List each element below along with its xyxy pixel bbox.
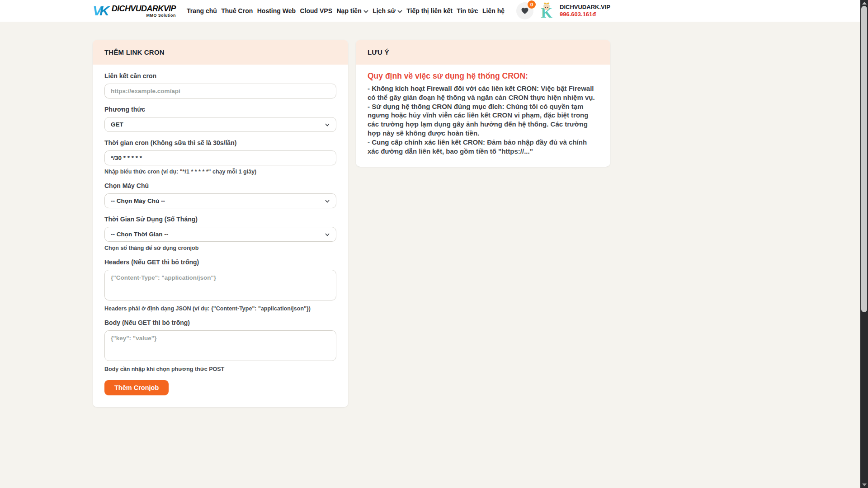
method-label: Phương thức: [104, 106, 336, 113]
method-select-value: GET: [111, 121, 123, 128]
duration-label: Thời Gian Sử Dụng (Số Tháng): [104, 216, 336, 223]
note-item-purpose: - Sử dụng hệ thống CRON đúng mục đích: C…: [368, 102, 599, 138]
nav-item-thue-cron[interactable]: Thuê Cron: [221, 7, 253, 14]
nav-item-hosting-web[interactable]: Hosting Web: [257, 7, 296, 14]
body-label: Body (Nếu GET thì bỏ trống): [104, 319, 336, 326]
nav-item-lich-su[interactable]: Lịch sử: [373, 7, 402, 14]
chevron-down-icon: [324, 122, 330, 128]
user-meta[interactable]: DICHVUDARK.VIP 996.603.161đ: [560, 4, 610, 19]
body-textarea[interactable]: [104, 330, 336, 361]
nav-item-lien-he[interactable]: Liên hệ: [482, 7, 505, 14]
heart-icon: [521, 7, 529, 15]
chevron-down-icon: [363, 10, 368, 13]
user-balance: 996.603.161đ: [560, 11, 610, 18]
method-select[interactable]: GET: [104, 117, 336, 132]
notes-card-title: LƯU Ý: [368, 48, 599, 56]
brand-logo[interactable]: VK DICHVUDARKVIP MMO Solution: [93, 4, 176, 18]
duration-select-value: -- Chọn Thời Gian --: [111, 231, 168, 238]
body-hint: Body cần nhập khi chọn phương thức POST: [104, 366, 336, 372]
avatar-mascot-icon: K: [538, 2, 555, 19]
add-cron-form: Liên kết cần cron Phương thức GET Thời g…: [93, 65, 348, 407]
add-cron-card-title: THÊM LINK CRON: [104, 48, 336, 56]
chevron-down-icon: [324, 198, 330, 204]
top-navbar: VK DICHVUDARKVIP MMO Solution Trang chủ …: [0, 0, 868, 22]
wishlist-button[interactable]: 0: [516, 2, 533, 19]
brand-logo-icon: VK: [93, 4, 110, 18]
cron-expression-input[interactable]: [104, 150, 336, 165]
chevron-down-icon: [397, 10, 402, 13]
user-avatar[interactable]: K: [538, 2, 555, 19]
duration-select[interactable]: -- Chọn Thời Gian --: [104, 227, 336, 242]
wishlist-count-badge: 0: [528, 0, 536, 9]
headers-label: Headers (Nếu GET thì bỏ trống): [104, 258, 336, 266]
scrollbar-up-arrow-icon[interactable]: [862, 2, 867, 5]
brand-logo-wordmark: DICHVUDARKVIP: [112, 5, 176, 13]
notes-card: LƯU Ý Quy định về việc sử dụng hệ thống …: [356, 40, 610, 167]
nav-item-nap-tien[interactable]: Nạp tiền: [336, 7, 368, 14]
server-select[interactable]: -- Chọn Máy Chủ --: [104, 193, 336, 208]
notes-body: Quy định về việc sử dụng hệ thống CRON: …: [356, 65, 610, 167]
cron-expression-label: Thời gian cron (Không sữa thì sẽ là 30s/…: [104, 139, 336, 146]
nav-item-tin-tuc[interactable]: Tin tức: [457, 7, 478, 14]
notes-card-header: LƯU Ý: [356, 40, 610, 65]
headers-textarea[interactable]: [104, 270, 336, 300]
main-content: THÊM LINK CRON Liên kết cần cron Phương …: [0, 22, 868, 407]
cron-expression-hint: Nhập biểu thức cron (ví dụ: "*/1 * * * *…: [104, 169, 336, 175]
note-item-accuracy: - Cung cấp chính xác liên kết CRON: Đảm …: [368, 138, 599, 156]
cron-link-input[interactable]: [104, 84, 336, 99]
page-scrollbar[interactable]: [860, 0, 868, 488]
main-nav: Trang chủ Thuê Cron Hosting Web Cloud VP…: [187, 7, 505, 14]
note-item-firewall: - Không kích hoạt Firewall đối với các l…: [368, 84, 599, 102]
duration-hint: Chọn số tháng để sử dụng cronjob: [104, 245, 336, 251]
add-cronjob-button[interactable]: Thêm Cronjob: [104, 380, 169, 395]
scrollbar-down-arrow-icon[interactable]: [862, 483, 867, 486]
nav-item-tiep-thi-lien-ket[interactable]: Tiếp thị liên kết: [406, 7, 453, 14]
headers-hint: Headers phải ở định dạng JSON (ví dụ: {"…: [104, 305, 336, 312]
cron-link-label: Liên kết cần cron: [104, 72, 336, 80]
notes-heading: Quy định về việc sử dụng hệ thống CRON:: [368, 71, 599, 81]
user-name: DICHVUDARK.VIP: [560, 4, 610, 11]
scrollbar-thumb[interactable]: [861, 6, 867, 312]
nav-item-cloud-vps[interactable]: Cloud VPS: [300, 7, 332, 14]
server-label: Chọn Máy Chủ: [104, 182, 336, 189]
navbar-user-area: 0 K DICHVUDARK.VIP 996.603.161đ: [516, 2, 610, 19]
brand-logo-tagline: MMO Solution: [146, 14, 176, 18]
nav-item-trang-chu[interactable]: Trang chủ: [187, 7, 217, 14]
add-cron-card-header: THÊM LINK CRON: [93, 40, 348, 65]
chevron-down-icon: [324, 231, 330, 238]
server-select-value: -- Chọn Máy Chủ --: [111, 197, 165, 204]
add-cron-card: THÊM LINK CRON Liên kết cần cron Phương …: [93, 40, 348, 407]
